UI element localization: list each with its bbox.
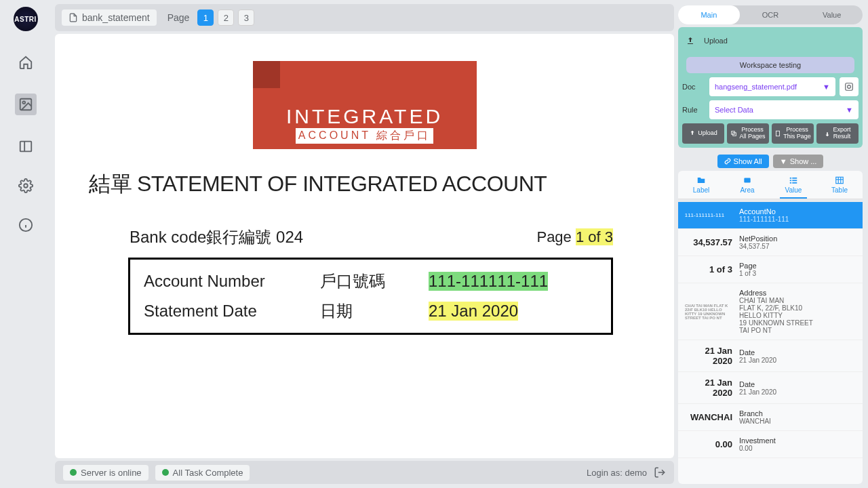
doc-page-indicator: Page 1 of 3 [536,228,613,246]
list-icon [789,176,798,185]
control-panel: Upload Workspace testing Doc hangseng_st… [678,27,863,148]
page-selector: 1 2 3 [197,9,254,26]
value-row[interactable]: 0.00Investment0.00 [678,431,863,458]
tab-main[interactable]: Main [678,5,740,24]
svg-rect-17 [790,180,791,181]
tab-value[interactable]: Value [801,5,863,24]
upload-bar[interactable]: Upload [682,31,859,50]
value-name: Date [739,380,856,388]
show-more-button[interactable]: ▼ Show ... [773,155,824,168]
value-info: BranchWANCHAI [739,409,856,425]
panel-icon[interactable] [18,138,34,155]
top-tabs: Main OCR Value [678,5,863,24]
statement-title-en: STATEMENT OF INTEGRATED ACCOUNT [137,171,547,197]
status-dot-icon [70,469,77,476]
image-icon[interactable] [15,94,37,115]
value-thumbnail: 1 of 3 [685,264,732,274]
svg-rect-16 [792,178,797,179]
rule-select[interactable]: Select Data ▼ [709,100,859,119]
link-icon [724,158,731,165]
value-name: Date [739,348,856,357]
right-panel: Main OCR Value Upload Workspace testing … [678,0,868,488]
process-all-button[interactable]: ProcessAll Pages [727,123,769,144]
page-3-button[interactable]: 3 [238,9,254,26]
svg-rect-21 [836,177,844,183]
value-thumbnail: 111-111111-111 [685,213,732,218]
page-icon [774,130,781,137]
doc-select[interactable]: hangseng_statement.pdf ▼ [709,77,835,96]
info-icon[interactable] [18,217,34,233]
subtab-area[interactable]: Area [724,171,770,199]
login-as: Login as: demo [587,468,647,478]
chevron-down-icon: ▼ [823,83,830,91]
workspace-chip[interactable]: Workspace testing [686,57,854,73]
value-thumbnail: 21 Jan 2020 [685,378,732,398]
page-1-button[interactable]: 1 [197,9,214,26]
svg-rect-14 [744,178,750,183]
doc-toolbar: bank_statement Page 1 2 3 [55,4,674,31]
subtab-table[interactable]: Table [816,171,863,199]
table-icon [835,176,844,185]
doc-name-chip[interactable]: bank_statement [62,9,157,26]
upload-button[interactable]: Upload [682,123,724,144]
value-row[interactable]: CHAI TAI MAN FLAT K 22/F BLK10 HELLO KIT… [678,283,863,340]
folder-icon [696,176,706,185]
subtab-value[interactable]: Value [770,171,816,199]
value-thumbnail: WANCHAI [685,412,732,422]
status-bar: Server is online All Task Complete Login… [55,461,674,484]
chevron-down-icon: ▼ [780,157,787,165]
value-row[interactable]: 111-111111-111AccountNo111-111111-111 [678,202,863,229]
doc-name-text: bank_statement [82,12,150,23]
bank-logo: INTEGRATED ACCOUNT 綜合戶口 [253,61,477,149]
doc-select-label: Doc [682,83,705,91]
value-name: NetPosition [739,235,856,243]
bank-logo-line1: INTEGRATED [286,106,443,127]
value-subtext: FLAT K, 22/F, BLK10 [739,304,856,312]
page-2-button[interactable]: 2 [218,9,234,26]
export-button[interactable]: ExportResult [816,123,859,144]
value-row[interactable]: 1 of 3Page1 of 3 [678,256,863,283]
tab-ocr[interactable]: OCR [740,5,802,24]
value-info: Investment0.00 [739,436,856,452]
svg-point-10 [848,85,851,89]
subtab-label[interactable]: Label [678,171,724,199]
settings-icon[interactable] [18,178,34,194]
value-info: Date21 Jan 2020 [739,348,856,364]
process-this-button[interactable]: ProcessThis Page [772,123,814,144]
svg-rect-19 [790,182,791,184]
value-name: Branch [739,409,856,418]
sub-tabs: Label Area Value Table [678,171,863,199]
value-row[interactable]: 34,537.57NetPosition34,537.57 [678,229,863,256]
page-label: Page [167,12,190,23]
action-buttons: Upload ProcessAll Pages ProcessThis Page… [682,123,859,144]
value-name: Page [739,262,856,270]
logout-icon[interactable] [654,466,666,479]
value-row[interactable]: 21 Jan 2020Date21 Jan 2020 [678,340,863,372]
app-logo: ASTRI [14,7,38,31]
value-row[interactable]: WANCHAIBranchWANCHAI [678,404,863,431]
doc-select-row: Doc hangseng_statement.pdf ▼ [682,77,859,96]
left-sidebar: ASTRI [0,0,51,488]
home-icon[interactable] [18,54,34,70]
svg-point-1 [22,101,25,104]
upload-icon [686,37,694,45]
value-thumbnail: 21 Jan 2020 [685,346,732,366]
value-subtext: 1 of 3 [739,270,856,277]
statement-title: 結單 STATEMENT OF INTEGRATED ACCOUNT [89,169,640,199]
value-list[interactable]: 111-111111-111AccountNo111-111111-11134,… [678,202,863,484]
value-subtext: 21 Jan 2020 [739,388,856,396]
download-icon [824,130,831,137]
document-viewer[interactable]: INTEGRATED ACCOUNT 綜合戶口 結單 STATEMENT OF … [55,34,674,458]
svg-rect-15 [790,178,791,179]
value-info: AccountNo111-111111-111 [739,207,856,223]
value-row[interactable]: 21 Jan 2020Date21 Jan 2020 [678,372,863,404]
value-subtext: 19 UNKNOWN STREET [739,319,856,327]
svg-rect-18 [792,180,797,181]
show-all-button[interactable]: Show All [717,155,769,168]
value-info: NetPosition34,537.57 [739,235,856,250]
preview-button[interactable] [840,77,859,96]
value-subtext: 21 Jan 2020 [739,357,856,364]
svg-rect-20 [792,182,797,184]
bank-logo-line2: ACCOUNT 綜合戶口 [296,128,433,144]
statement-date-row: Statement Date 日期 21 Jan 2020 [144,296,597,326]
